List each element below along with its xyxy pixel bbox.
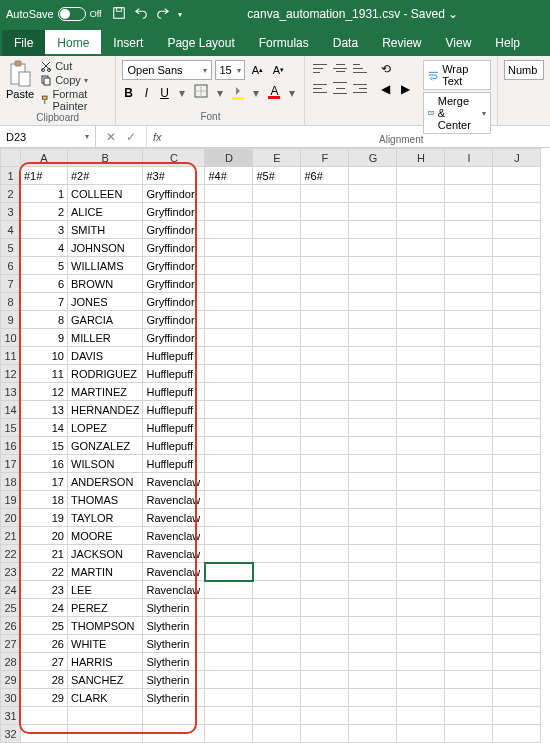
decrease-font-icon[interactable]: A▾ — [269, 61, 287, 79]
cell-A13[interactable]: 12 — [21, 383, 68, 401]
cell-H21[interactable] — [397, 527, 445, 545]
cell-I8[interactable] — [445, 293, 493, 311]
cell-J14[interactable] — [493, 401, 541, 419]
cell-G25[interactable] — [349, 599, 397, 617]
cell-A14[interactable]: 13 — [21, 401, 68, 419]
tab-help[interactable]: Help — [483, 30, 532, 56]
format-painter-button[interactable]: Format Painter — [40, 88, 109, 112]
cell-H23[interactable] — [397, 563, 445, 581]
cell-F24[interactable] — [301, 581, 349, 599]
row-header-20[interactable]: 20 — [1, 509, 21, 527]
cell-D11[interactable] — [205, 347, 253, 365]
cell-F29[interactable] — [301, 671, 349, 689]
tab-review[interactable]: Review — [370, 30, 433, 56]
cell-G17[interactable] — [349, 455, 397, 473]
wrap-text-button[interactable]: Wrap Text — [423, 60, 491, 90]
cell-J2[interactable] — [493, 185, 541, 203]
cell-J12[interactable] — [493, 365, 541, 383]
cell-D4[interactable] — [205, 221, 253, 239]
cell-J25[interactable] — [493, 599, 541, 617]
cell-D26[interactable] — [205, 617, 253, 635]
cell-G1[interactable] — [349, 167, 397, 185]
cell-I28[interactable] — [445, 653, 493, 671]
cell-I3[interactable] — [445, 203, 493, 221]
cell-I31[interactable] — [445, 707, 493, 725]
cell-C8[interactable]: Gryffindor — [143, 293, 205, 311]
row-header-19[interactable]: 19 — [1, 491, 21, 509]
tab-data[interactable]: Data — [321, 30, 370, 56]
cell-J29[interactable] — [493, 671, 541, 689]
cell-E17[interactable] — [253, 455, 301, 473]
cell-A17[interactable]: 16 — [21, 455, 68, 473]
cell-H20[interactable] — [397, 509, 445, 527]
cell-G14[interactable] — [349, 401, 397, 419]
cell-F16[interactable] — [301, 437, 349, 455]
cell-B1[interactable]: #2# — [68, 167, 143, 185]
cell-J18[interactable] — [493, 473, 541, 491]
cell-D18[interactable] — [205, 473, 253, 491]
underline-button[interactable]: U — [158, 86, 170, 100]
cell-I5[interactable] — [445, 239, 493, 257]
cell-A32[interactable] — [21, 725, 68, 743]
cell-B17[interactable]: WILSON — [68, 455, 143, 473]
cell-F6[interactable] — [301, 257, 349, 275]
cell-J17[interactable] — [493, 455, 541, 473]
cell-F32[interactable] — [301, 725, 349, 743]
cell-J26[interactable] — [493, 617, 541, 635]
row-header-32[interactable]: 32 — [1, 725, 21, 743]
tab-formulas[interactable]: Formulas — [247, 30, 321, 56]
col-header-H[interactable]: H — [397, 149, 445, 167]
cell-C7[interactable]: Gryffindor — [143, 275, 205, 293]
cell-C30[interactable]: Slytherin — [143, 689, 205, 707]
cell-A24[interactable]: 23 — [21, 581, 68, 599]
row-header-18[interactable]: 18 — [1, 473, 21, 491]
cell-C20[interactable]: Ravenclaw — [143, 509, 205, 527]
cell-I15[interactable] — [445, 419, 493, 437]
cell-H12[interactable] — [397, 365, 445, 383]
cell-H25[interactable] — [397, 599, 445, 617]
cell-C5[interactable]: Gryffindor — [143, 239, 205, 257]
cell-B26[interactable]: THOMPSON — [68, 617, 143, 635]
row-header-31[interactable]: 31 — [1, 707, 21, 725]
cell-G31[interactable] — [349, 707, 397, 725]
cell-A16[interactable]: 15 — [21, 437, 68, 455]
cell-I22[interactable] — [445, 545, 493, 563]
cell-E27[interactable] — [253, 635, 301, 653]
cell-B23[interactable]: MARTIN — [68, 563, 143, 581]
cell-H19[interactable] — [397, 491, 445, 509]
cell-E15[interactable] — [253, 419, 301, 437]
cell-J30[interactable] — [493, 689, 541, 707]
cell-H7[interactable] — [397, 275, 445, 293]
cell-C10[interactable]: Gryffindor — [143, 329, 205, 347]
cell-E23[interactable] — [253, 563, 301, 581]
cell-G3[interactable] — [349, 203, 397, 221]
cell-D32[interactable] — [205, 725, 253, 743]
cell-A28[interactable]: 27 — [21, 653, 68, 671]
cell-D28[interactable] — [205, 653, 253, 671]
cell-C24[interactable]: Ravenclaw — [143, 581, 205, 599]
row-header-6[interactable]: 6 — [1, 257, 21, 275]
cell-J31[interactable] — [493, 707, 541, 725]
cell-J8[interactable] — [493, 293, 541, 311]
cell-A18[interactable]: 17 — [21, 473, 68, 491]
cell-F17[interactable] — [301, 455, 349, 473]
cell-D5[interactable] — [205, 239, 253, 257]
row-header-22[interactable]: 22 — [1, 545, 21, 563]
cell-H13[interactable] — [397, 383, 445, 401]
cell-J24[interactable] — [493, 581, 541, 599]
cell-C25[interactable]: Slytherin — [143, 599, 205, 617]
cell-B22[interactable]: JACKSON — [68, 545, 143, 563]
select-all-corner[interactable] — [1, 149, 21, 167]
cell-E25[interactable] — [253, 599, 301, 617]
cell-G7[interactable] — [349, 275, 397, 293]
align-center-button[interactable] — [331, 80, 349, 96]
cell-A7[interactable]: 6 — [21, 275, 68, 293]
cell-D7[interactable] — [205, 275, 253, 293]
cell-J27[interactable] — [493, 635, 541, 653]
cell-A3[interactable]: 2 — [21, 203, 68, 221]
cell-F3[interactable] — [301, 203, 349, 221]
cell-G23[interactable] — [349, 563, 397, 581]
cell-I2[interactable] — [445, 185, 493, 203]
cell-I23[interactable] — [445, 563, 493, 581]
cell-A5[interactable]: 4 — [21, 239, 68, 257]
